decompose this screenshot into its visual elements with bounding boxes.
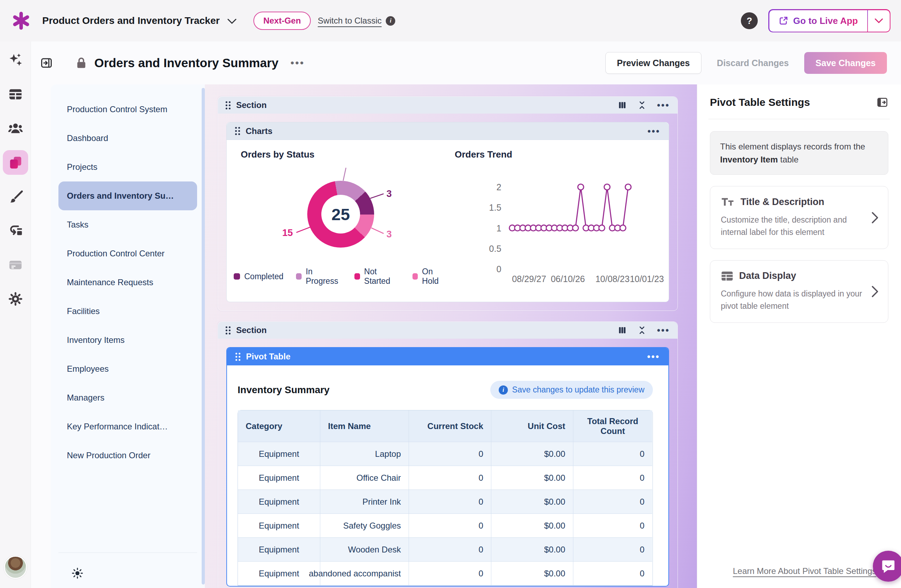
ai-sparkles-icon[interactable] <box>3 48 28 72</box>
table-row[interactable]: Equipment Office Chair 0 $0.00 0 <box>238 466 653 490</box>
cell-item-name: Office Chair <box>320 466 409 490</box>
help-button[interactable]: ? <box>741 12 758 29</box>
data-tables-icon[interactable] <box>3 82 28 107</box>
pages-icon[interactable] <box>3 150 28 175</box>
charts-element[interactable]: Charts ••• Orders by Status <box>226 122 669 302</box>
line-chart-svg[interactable]: 21.510.5008/29/2706/10/2610/08/2310/01/2… <box>482 171 664 291</box>
users-icon[interactable] <box>3 116 28 141</box>
sidebar-page-label: Managers <box>67 393 104 403</box>
section-header: Section ••• <box>218 322 678 339</box>
sidebar-page-item[interactable]: Tasks <box>58 210 197 239</box>
sidebar-page-item[interactable]: Facilities <box>58 297 197 326</box>
sidebar-page-item[interactable]: Production Control System <box>58 95 197 124</box>
sidebar-page-item[interactable]: Employees <box>58 355 197 383</box>
legend-swatch <box>234 273 240 280</box>
legend-item: Completed <box>234 267 283 286</box>
cell-unit-cost: $0.00 <box>491 490 573 514</box>
drag-handle-icon[interactable] <box>235 353 240 361</box>
column-header[interactable]: Current Stock <box>409 411 491 442</box>
drag-handle-icon[interactable] <box>226 327 231 334</box>
workflow-icon[interactable] <box>3 218 28 243</box>
pages-sidebar: Production Control System Dashboard Proj… <box>51 84 205 588</box>
sidebar-divider <box>58 552 197 553</box>
sidebar-page-label: Tasks <box>67 220 88 230</box>
section-pivot[interactable]: Section ••• <box>218 321 678 588</box>
line-chart-title: Orders Trend <box>455 149 662 160</box>
discard-changes-button[interactable]: Discard Changes <box>717 58 789 68</box>
sidebar-page-item[interactable]: Dashboard <box>58 124 197 152</box>
go-to-live-app-button[interactable]: Go to Live App <box>769 10 867 32</box>
column-header[interactable]: Unit Cost <box>491 411 573 442</box>
cell-total-count: 0 <box>573 514 652 538</box>
charts-element-label: Charts <box>246 126 273 136</box>
collapse-section-icon[interactable] <box>638 101 647 110</box>
table-row[interactable]: Equipment Laptop 0 $0.00 0 <box>238 442 653 466</box>
section-charts[interactable]: Section ••• <box>218 96 678 311</box>
pivot-table-element[interactable]: Pivot Table ••• Inventory Summary i Save… <box>226 347 669 586</box>
svg-text:2: 2 <box>496 182 501 192</box>
sidebar-page-item[interactable]: Maintenance Requests <box>58 268 197 297</box>
table-row[interactable]: Equipment Wooden Desk 0 $0.00 0 <box>238 538 653 562</box>
sidebar-scrollbar[interactable] <box>202 88 205 585</box>
app-switcher-chevron-icon[interactable] <box>228 19 237 24</box>
cell-category: Equipment <box>238 562 320 585</box>
sidebar-page-label: Orders and Inventory Su… <box>67 191 174 201</box>
columns-layout-icon[interactable] <box>618 101 627 110</box>
title-description-setting[interactable]: Title & Description Customize the title,… <box>710 186 889 249</box>
collapse-panel-icon[interactable] <box>876 96 889 108</box>
switch-to-classic-link[interactable]: Switch to Classic <box>318 16 382 26</box>
theme-sun-icon[interactable] <box>72 568 83 579</box>
classic-info-icon[interactable]: i <box>386 16 395 26</box>
settings-gear-icon[interactable] <box>3 286 28 311</box>
cell-total-count: 0 <box>573 466 652 490</box>
legend-label: Not Started <box>364 267 400 286</box>
column-header[interactable]: Category <box>238 411 320 442</box>
editor-canvas: Section ••• <box>205 84 697 588</box>
sidebar-page-item[interactable]: Key Performance Indicat… <box>58 412 197 441</box>
sidebar-page-item[interactable]: Projects <box>58 152 197 182</box>
support-chat-button[interactable] <box>873 551 901 582</box>
legend-item: Not Started <box>354 267 400 286</box>
page-menu-button[interactable]: ••• <box>290 57 305 69</box>
drag-handle-icon[interactable] <box>226 101 231 109</box>
chat-icon <box>881 558 896 574</box>
cell-category: Equipment <box>238 514 320 538</box>
drag-handle-icon[interactable] <box>235 127 240 135</box>
table-row[interactable]: Equipment Printer Ink 0 $0.00 0 <box>238 490 653 514</box>
sidebar-page-item[interactable]: Orders and Inventory Su… <box>58 182 197 210</box>
lock-icon <box>76 57 87 69</box>
column-header[interactable]: Total Record Count <box>573 411 652 442</box>
columns-layout-icon[interactable] <box>618 326 627 335</box>
preview-notice-badge: i Save changes to update this preview <box>490 381 653 399</box>
preview-changes-button[interactable]: Preview Changes <box>605 52 701 74</box>
cell-current-stock: 0 <box>409 538 491 562</box>
user-avatar[interactable] <box>4 555 27 579</box>
table-row[interactable]: Equipment Safety Goggles 0 $0.00 0 <box>238 514 653 538</box>
cell-item-name: Wooden Desk <box>320 538 409 562</box>
sidebar-page-label: Maintenance Requests <box>67 277 153 287</box>
data-display-setting[interactable]: Data Display Configure how data is displ… <box>710 260 889 323</box>
pivot-header-row: Category Item Name Current Stock Unit Co… <box>238 411 653 442</box>
pivot-table-title: Inventory Summary <box>238 384 329 396</box>
sidebar-page-label: Production Control System <box>67 104 167 114</box>
sidebar-page-item[interactable]: Production Control Center <box>58 239 197 268</box>
collapse-sidebar-button[interactable] <box>39 55 54 71</box>
column-header[interactable]: Item Name <box>320 411 409 442</box>
sidebar-page-label: Inventory Items <box>67 335 125 345</box>
design-brush-icon[interactable] <box>3 184 28 209</box>
sidebar-page-item[interactable]: Managers <box>58 383 197 412</box>
live-app-dropdown-button[interactable] <box>868 10 890 32</box>
sidebar-page-item[interactable]: New Production Order <box>58 441 197 470</box>
sidebar-page-label: Key Performance Indicat… <box>67 422 168 431</box>
table-row[interactable]: Equipment abandoned accompanist 0 $0.00 … <box>238 562 653 585</box>
collapse-section-icon[interactable] <box>638 326 647 335</box>
legend-swatch <box>296 273 302 280</box>
save-changes-button[interactable]: Save Changes <box>804 52 887 74</box>
sidebar-page-item[interactable]: Inventory Items <box>58 326 197 355</box>
learn-more-link[interactable]: Learn More About Pivot Table Settings <box>733 566 876 576</box>
sidebar-page-label: New Production Order <box>67 451 150 460</box>
chevron-down-icon <box>874 18 883 23</box>
live-app-divider <box>867 10 868 32</box>
billing-card-icon[interactable] <box>3 252 28 277</box>
pivot-table-body: Equipment Laptop 0 $0.00 0 <box>238 442 653 585</box>
